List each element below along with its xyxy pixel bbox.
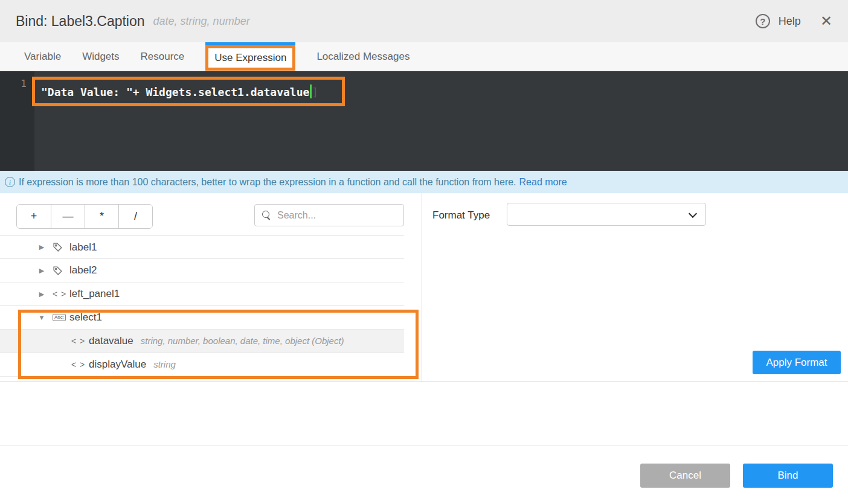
expression-code[interactable]: "Data Value: "+ Widgets.select1.datavalu… [35, 85, 318, 98]
cancel-button[interactable]: Cancel [640, 464, 730, 488]
bind-dialog: Bind: Label3.Caption date, string, numbe… [0, 0, 848, 504]
minus-operator-button[interactable]: — [51, 205, 85, 228]
tree-row-datavalue[interactable]: < > datavaluestring, number, boolean, da… [0, 330, 404, 353]
caret-down-icon[interactable]: ▼ [37, 314, 46, 321]
expression-editor[interactable]: 1 "Data Value: "+ Widgets.select1.datava… [0, 71, 848, 171]
tab-use-expression[interactable]: Use Expression [205, 42, 295, 71]
info-text: If expression is more than 100 character… [19, 177, 516, 188]
help-icon[interactable]: ? [756, 14, 770, 28]
tree-node-type-hint: string, number, boolean, date, time, obj… [141, 336, 344, 346]
caret-right-icon[interactable]: ▶ [37, 290, 46, 298]
tree-row-label1[interactable]: ▶ label1 [0, 235, 404, 259]
tree-row-left-panel1[interactable]: ▶ < > left_panel1 [0, 282, 404, 306]
markup-icon: < > [71, 336, 85, 346]
tree-node-label: displayValuestring [89, 359, 176, 371]
tag-icon [53, 266, 63, 276]
caret-right-icon[interactable]: ▶ [37, 267, 46, 275]
search-icon [262, 211, 271, 220]
markup-icon: < > [71, 360, 85, 369]
read-more-link[interactable]: Read more [519, 177, 567, 188]
tree-node-label: datavaluestring, number, boolean, date, … [89, 335, 344, 347]
annotation-box-tab: Use Expression [205, 45, 295, 71]
chevron-down-icon [689, 209, 697, 218]
expression-text: "Data Value: "+ Widgets.select1.datavalu… [41, 86, 309, 98]
page-title: Bind: Label3.Caption [16, 13, 145, 30]
widget-tree: ▶ label1 ▶ label2 ▶ < > [0, 235, 404, 377]
page-subtitle: date, string, number [153, 15, 250, 28]
operator-toolbar: + — * / [16, 204, 153, 229]
ghost-bracket: ] [312, 86, 318, 98]
caret-right-icon[interactable]: ▶ [37, 243, 46, 251]
format-type-select[interactable] [507, 203, 706, 226]
search-box [254, 204, 404, 226]
tree-row-displayvalue[interactable]: < > displayValuestring [0, 353, 404, 377]
help-label[interactable]: Help [779, 15, 801, 28]
tab-widgets[interactable]: Widgets [82, 51, 119, 63]
info-icon: i [5, 177, 15, 187]
tab-bar: Variable Widgets Resource Use Expression… [0, 42, 848, 71]
tab-variable[interactable]: Variable [24, 51, 61, 63]
tree-row-select1[interactable]: ▼ Abc: select1 [0, 306, 404, 330]
format-type-label: Format Type [432, 209, 490, 222]
markup-icon: < > [53, 289, 66, 299]
plus-operator-button[interactable]: + [17, 205, 51, 228]
tree-node-label: left_panel1 [69, 288, 120, 300]
tree-node-label: label1 [69, 241, 97, 254]
tab-localized-messages[interactable]: Localized Messages [316, 51, 410, 63]
info-bar: i If expression is more than 100 charact… [0, 171, 848, 193]
tab-use-expression-label: Use Expression [214, 52, 286, 64]
tag-icon [53, 242, 63, 252]
footer-divider [0, 445, 848, 445]
multiply-operator-button[interactable]: * [85, 205, 118, 228]
editor-gutter: 1 [0, 71, 34, 171]
search-input[interactable] [277, 210, 392, 221]
select-widget-icon: Abc: [53, 314, 66, 321]
panel-divider [422, 193, 422, 382]
main-content: + — * / ▶ label1 ▶ [0, 193, 848, 382]
tree-node-type-hint: string [153, 359, 176, 369]
tab-resource[interactable]: Resource [141, 51, 185, 63]
tree-row-label2[interactable]: ▶ label2 [0, 259, 404, 282]
annotation-box-expression: "Data Value: "+ Widgets.select1.datavalu… [32, 77, 345, 106]
bind-button[interactable]: Bind [743, 464, 833, 488]
divide-operator-button[interactable]: / [118, 205, 152, 228]
tree-node-label: select1 [69, 311, 102, 324]
tree-node-label: label2 [69, 264, 97, 276]
apply-format-button[interactable]: Apply Format [753, 351, 841, 374]
dialog-header: Bind: Label3.Caption date, string, numbe… [0, 0, 848, 42]
close-icon[interactable]: ✕ [820, 14, 832, 28]
line-number: 1 [0, 78, 27, 89]
